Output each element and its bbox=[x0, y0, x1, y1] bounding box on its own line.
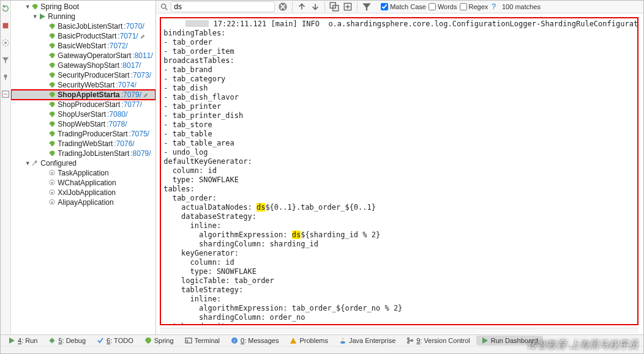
log-line: databaseStrategy: bbox=[163, 212, 635, 221]
tree-configured[interactable]: ▼Configured bbox=[11, 158, 155, 168]
tree-run-item[interactable]: SecurityProducerStart:7073/ bbox=[11, 70, 155, 80]
tree-run-item[interactable]: ShopUserStart:7080/ bbox=[11, 109, 155, 119]
bug-icon bbox=[48, 337, 56, 344]
log-line: - tab_printer bbox=[163, 102, 635, 111]
log-line: broadcastTables: bbox=[163, 56, 635, 65]
tool-tab-spring[interactable]: Spring bbox=[140, 336, 179, 345]
tree-run-item[interactable]: BasicProductStart:7071/ bbox=[11, 31, 155, 41]
gear-icon bbox=[48, 199, 56, 206]
tree-item-port[interactable]: :7079/ bbox=[121, 90, 141, 99]
tree-config-item[interactable]: XxlJobApplication bbox=[11, 188, 155, 197]
tree-item-port[interactable]: :8011/ bbox=[132, 51, 152, 60]
tree-run-item[interactable]: TradingJobListenStart:8079/ bbox=[11, 149, 155, 158]
select-all-icon[interactable] bbox=[329, 1, 340, 12]
tree-item-port[interactable]: :7080/ bbox=[107, 110, 127, 119]
filter-icon[interactable] bbox=[1, 56, 10, 64]
leaf-icon bbox=[144, 337, 152, 344]
tree-item-label: WChatApplication bbox=[58, 179, 116, 187]
tree-root[interactable]: ▼Spring Boot bbox=[11, 2, 155, 12]
tree-item-label: GatewayOperatorStart bbox=[58, 51, 131, 60]
tool-tab-9-version-control[interactable]: 9: Version Control bbox=[402, 336, 474, 345]
tree-run-item[interactable]: GatewayShopStart:8017/ bbox=[11, 61, 155, 70]
tree-config-item[interactable]: WChatApplication bbox=[11, 178, 155, 188]
tree-run-item[interactable]: BasicWebStart:7072/ bbox=[11, 41, 155, 51]
log-line: logicTable: tab_order bbox=[163, 276, 635, 286]
tree-item-port[interactable]: :7078/ bbox=[107, 120, 127, 128]
separator bbox=[324, 2, 325, 12]
match-case-label: Match Case bbox=[390, 3, 426, 10]
log-line: - undo_log bbox=[163, 148, 635, 157]
svg-point-21 bbox=[411, 339, 413, 341]
tree-item-port[interactable]: :8017/ bbox=[121, 61, 141, 70]
settings-icon[interactable] bbox=[1, 39, 10, 47]
tree-item-label: BasicWebStart bbox=[58, 42, 106, 50]
tool-tab-5-debug[interactable]: 5: Debug bbox=[43, 336, 91, 345]
tree-item-label: Running bbox=[48, 12, 75, 21]
tool-tab-java-enterprise[interactable]: Java Enterprise bbox=[334, 336, 400, 345]
words-checkbox[interactable]: Words bbox=[429, 3, 457, 10]
search-bar: Match Case Words Regex ? 100 matches bbox=[156, 1, 643, 13]
tree-run-item[interactable]: TradingProducerStart:7075/ bbox=[11, 129, 155, 139]
tool-tab-6-todo[interactable]: 6: TODO bbox=[92, 336, 138, 345]
tree-run-item[interactable]: ShopAppletStarta:7079/ bbox=[11, 90, 155, 100]
svg-point-20 bbox=[408, 341, 410, 343]
log-line: type: SNOWFLAKE bbox=[163, 267, 635, 276]
add-selection-icon[interactable] bbox=[342, 1, 353, 12]
tree-run-item[interactable]: GatewayOperatorStart:8011/ bbox=[11, 51, 155, 61]
log-line: type: SNOWFLAKE bbox=[163, 175, 635, 185]
tool-tab-terminal[interactable]: Terminal bbox=[180, 336, 225, 345]
tree-item-port[interactable]: :7072/ bbox=[107, 42, 127, 50]
tree-item-port[interactable]: :7076/ bbox=[114, 139, 134, 148]
svg-point-8 bbox=[51, 202, 53, 204]
stop-icon[interactable] bbox=[1, 21, 10, 30]
expand-icon[interactable]: ▼ bbox=[32, 13, 38, 20]
expand-icon[interactable]: ▼ bbox=[24, 160, 31, 166]
tree-running[interactable]: ▼Running bbox=[11, 12, 155, 21]
filter-search-icon[interactable] bbox=[361, 1, 372, 12]
search-clear-icon[interactable] bbox=[277, 1, 288, 12]
tree-config-item[interactable]: AlipayApplication bbox=[11, 197, 155, 207]
search-input[interactable] bbox=[171, 1, 275, 12]
horizontal-scrollbar[interactable] bbox=[160, 328, 638, 333]
tree-item-port[interactable]: :7075/ bbox=[129, 130, 149, 138]
tree-run-item[interactable]: BasicJobListenStart:7070/ bbox=[11, 21, 155, 31]
tree-item-label: SecurityProducerStart bbox=[58, 71, 129, 79]
tree-item-port[interactable]: :7074/ bbox=[116, 81, 136, 89]
edit-icon bbox=[143, 92, 149, 98]
tree-item-port[interactable]: :8079/ bbox=[130, 149, 151, 158]
svg-rect-0 bbox=[3, 23, 9, 29]
tree-item-port[interactable]: :7073/ bbox=[131, 71, 151, 79]
tool-tab-problems[interactable]: Problems bbox=[285, 336, 332, 345]
tree-run-item[interactable]: SecurityWebStart:7074/ bbox=[11, 80, 155, 90]
tool-tab-4-run[interactable]: 4: Run bbox=[3, 336, 42, 345]
collapse-icon[interactable] bbox=[1, 90, 10, 98]
tree-item-port[interactable]: :7077/ bbox=[121, 100, 141, 109]
spring-leaf-icon bbox=[48, 42, 56, 50]
tree-run-item[interactable]: TradingWebStart:7076/ bbox=[11, 139, 155, 149]
tree-run-item[interactable]: ShopWebStart:7078/ bbox=[11, 119, 155, 129]
log-line: - tab_table_area bbox=[163, 139, 635, 148]
rerun-icon[interactable] bbox=[1, 4, 10, 13]
tree-item-port[interactable]: :7071/ bbox=[118, 32, 138, 40]
svg-rect-3 bbox=[5, 77, 6, 79]
regex-checkbox[interactable]: Regex bbox=[460, 3, 489, 10]
tool-tab-0-messages[interactable]: i0: Messages bbox=[226, 336, 283, 345]
match-case-checkbox[interactable]: Match Case bbox=[381, 3, 426, 10]
gear-icon bbox=[48, 189, 56, 196]
log-line: actualDataNodes: ds${0..1}.tab_order_${0… bbox=[163, 203, 635, 212]
tree-item-port[interactable]: :7070/ bbox=[124, 22, 144, 31]
tree-run-item[interactable]: ShopProducerStart:7077/ bbox=[11, 100, 155, 109]
regex-help-icon[interactable]: ? bbox=[492, 2, 496, 11]
gear-icon bbox=[48, 179, 56, 186]
run-dashboard-tree[interactable]: ▼Spring Boot▼RunningBasicJobListenStart:… bbox=[11, 1, 156, 334]
app-root: ▼Spring Boot▼RunningBasicJobListenStart:… bbox=[0, 0, 644, 354]
log-line: column: id bbox=[163, 166, 635, 175]
console-output[interactable]: 17:22:11.121 [main] INFO o.a.shardingsph… bbox=[160, 17, 638, 326]
pin-icon[interactable] bbox=[1, 73, 10, 81]
tree-config-item[interactable]: TaskApplication bbox=[11, 168, 155, 178]
tree-item-label: ShopProducerStart bbox=[58, 100, 120, 109]
prev-match-icon[interactable] bbox=[296, 1, 307, 12]
next-match-icon[interactable] bbox=[310, 1, 321, 12]
expand-icon[interactable]: ▼ bbox=[24, 4, 31, 10]
tool-tab-run-dashboard[interactable]: Run Dashboard bbox=[476, 336, 543, 345]
